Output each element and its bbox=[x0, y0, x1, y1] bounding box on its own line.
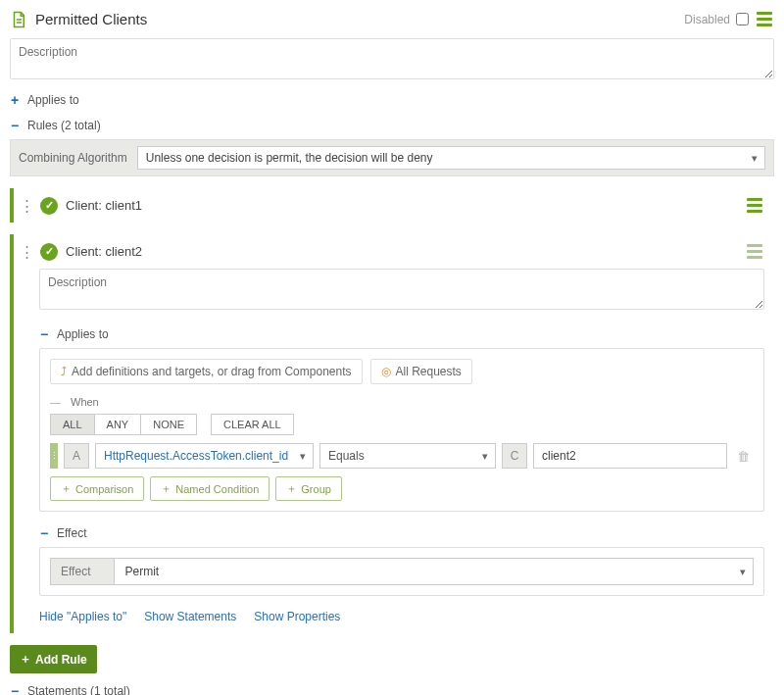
rule-title: Client: client2 bbox=[66, 244, 737, 259]
statements-section-label: Statements (1 total) bbox=[27, 684, 130, 695]
drag-handle-icon[interactable]: ⋮ bbox=[20, 243, 32, 261]
mode-all-button[interactable]: ALL bbox=[50, 414, 95, 435]
rule-applies-to-label: Applies to bbox=[57, 327, 109, 341]
effect-section-label: Effect bbox=[57, 526, 86, 540]
menu-icon[interactable] bbox=[755, 10, 774, 28]
show-properties-link[interactable]: Show Properties bbox=[254, 610, 340, 623]
add-group-button[interactable]: ＋Group bbox=[275, 476, 342, 501]
effect-select[interactable]: Permit bbox=[115, 558, 754, 585]
when-mode-group: ALL ANY NONE CLEAR ALL bbox=[50, 414, 754, 435]
add-named-condition-button[interactable]: ＋Named Condition bbox=[150, 476, 270, 501]
operand-a-label: A bbox=[64, 443, 89, 469]
plus-icon: ＋ bbox=[61, 481, 72, 496]
page-title: Permitted Clients bbox=[35, 11, 684, 27]
add-comparison-button[interactable]: ＋Comparison bbox=[50, 476, 144, 501]
combining-algorithm-row: Combining Algorithm Unless one decision … bbox=[10, 139, 774, 176]
rule-menu-icon[interactable] bbox=[745, 242, 764, 261]
collapse-icon[interactable]: − bbox=[10, 118, 20, 133]
drag-handle-icon[interactable]: ⋮ bbox=[50, 443, 58, 469]
operator-select[interactable]: Equals bbox=[319, 443, 496, 469]
plus-icon: ＋ bbox=[286, 481, 297, 496]
check-circle-icon: ✓ bbox=[40, 197, 58, 215]
operand-c-label: C bbox=[502, 443, 527, 469]
collapse-icon[interactable]: − bbox=[10, 683, 20, 695]
effect-box: Effect Permit bbox=[39, 547, 764, 596]
mode-none-button[interactable]: NONE bbox=[140, 414, 197, 435]
applies-to-box: ⤴ Add definitions and targets, or drag f… bbox=[39, 348, 764, 512]
rule-panel: ⋮ ✓ Client: client1 bbox=[10, 188, 774, 223]
add-rule-button[interactable]: ＋Add Rule bbox=[10, 645, 97, 673]
trash-icon[interactable]: 🗑 bbox=[733, 449, 754, 464]
drag-handle-icon[interactable]: ⋮ bbox=[20, 197, 32, 215]
document-icon bbox=[10, 11, 27, 28]
rule-menu-icon[interactable] bbox=[745, 196, 764, 215]
collapse-icon[interactable]: — bbox=[50, 396, 61, 408]
description-textarea[interactable] bbox=[10, 38, 774, 79]
rule-title: Client: client1 bbox=[66, 198, 737, 213]
rule-description-textarea[interactable] bbox=[39, 269, 764, 310]
condition-row: ⋮ A HttpRequest.AccessToken.client_id Eq… bbox=[50, 443, 754, 469]
disabled-label: Disabled bbox=[684, 13, 730, 26]
when-label: When bbox=[71, 396, 99, 408]
show-statements-link[interactable]: Show Statements bbox=[144, 610, 236, 623]
collapse-icon[interactable]: − bbox=[39, 326, 49, 342]
add-targets-button[interactable]: ⤴ Add definitions and targets, or drag f… bbox=[50, 359, 363, 384]
applies-to-section-label: Applies to bbox=[27, 93, 79, 107]
attribute-select[interactable]: HttpRequest.AccessToken.client_id bbox=[95, 443, 314, 469]
combining-label: Combining Algorithm bbox=[19, 151, 127, 165]
collapse-icon[interactable]: − bbox=[39, 525, 49, 541]
hide-applies-to-link[interactable]: Hide "Applies to" bbox=[39, 610, 126, 623]
expand-icon[interactable]: + bbox=[10, 92, 20, 108]
target-icon: ◎ bbox=[381, 365, 391, 378]
plus-icon: ＋ bbox=[20, 651, 31, 668]
clear-all-button[interactable]: CLEAR ALL bbox=[211, 414, 294, 435]
effect-column-label: Effect bbox=[50, 558, 115, 585]
disabled-checkbox[interactable] bbox=[736, 13, 749, 25]
check-circle-icon: ✓ bbox=[40, 243, 58, 261]
all-requests-button[interactable]: ◎ All Requests bbox=[370, 359, 472, 384]
rules-section-label: Rules (2 total) bbox=[27, 119, 101, 132]
combining-algorithm-select[interactable]: Unless one decision is permit, the decis… bbox=[137, 146, 765, 170]
mode-any-button[interactable]: ANY bbox=[94, 414, 142, 435]
target-add-icon: ⤴ bbox=[61, 365, 67, 378]
plus-icon: ＋ bbox=[161, 481, 172, 496]
rule-panel: ⋮ ✓ Client: client2 − Applies to ⤴ Add d… bbox=[10, 234, 774, 633]
value-input[interactable] bbox=[533, 443, 727, 469]
